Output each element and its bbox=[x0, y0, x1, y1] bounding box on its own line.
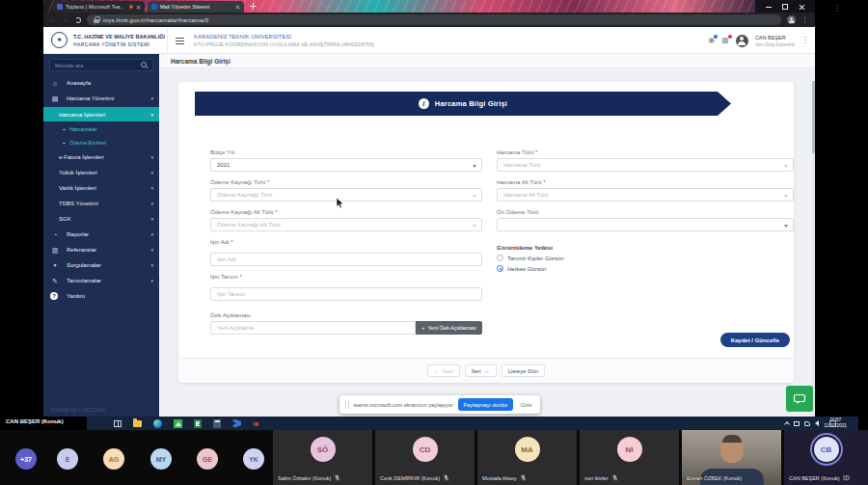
close-tab-icon[interactable] bbox=[136, 5, 141, 10]
minimize-icon[interactable] bbox=[766, 4, 772, 10]
oeb-aciklamasi-input[interactable] bbox=[210, 321, 416, 335]
radio-tanimli-kisiler[interactable]: Tanımlı Kişiler Görsün bbox=[497, 255, 794, 261]
maximize-icon[interactable] bbox=[782, 4, 788, 10]
user-avatar[interactable] bbox=[736, 35, 748, 47]
recording-dot-icon bbox=[129, 5, 133, 9]
forward-icon[interactable]: → bbox=[63, 16, 69, 23]
spreadsheet-icon[interactable] bbox=[194, 419, 202, 428]
sidebar-item-referanslar[interactable]: ▥ Referanslar ▾ bbox=[43, 242, 159, 257]
odeme-kaynagi-alt-turu-select[interactable]: Ödeme Kaynağı Alt Türü bbox=[210, 218, 482, 231]
harcama-alt-turu-select[interactable]: Harcama Alt Türü bbox=[497, 188, 794, 202]
participant-tile-self[interactable]: CB CAN BEŞER (Konuk) bbox=[784, 430, 868, 485]
vscode-icon[interactable] bbox=[232, 419, 241, 428]
item-label: Yolluk İşlemleri bbox=[59, 170, 97, 175]
browser-menu-icon[interactable]: ⋮ bbox=[801, 16, 808, 23]
odeme-kaynagi-turu-select[interactable]: Ödeme Kaynağı Türü bbox=[210, 188, 482, 202]
mic-muted-icon bbox=[334, 474, 340, 481]
status-icon[interactable]: ◉ bbox=[708, 37, 715, 44]
hide-button[interactable]: Gizle bbox=[518, 402, 534, 408]
address-bar[interactable]: mys.hmb.gov.tr/harcamalar/harcama/0 bbox=[87, 14, 781, 25]
sidebar-item-efatura[interactable]: e-Fatura İşlemleri ▾ bbox=[43, 149, 159, 165]
on-odeme-turu-select[interactable] bbox=[497, 218, 794, 231]
mouse-cursor bbox=[336, 196, 344, 213]
close-tab-icon[interactable] bbox=[235, 5, 240, 10]
butce-yili-label: Bütçe Yılı bbox=[210, 149, 482, 155]
volume-icon[interactable] bbox=[815, 420, 819, 426]
participant-avatar[interactable]: AG bbox=[103, 448, 124, 470]
header-menu-icon[interactable]: ⋮ bbox=[801, 37, 809, 44]
sidebar-item-yardim[interactable]: ? Yardım bbox=[43, 288, 159, 304]
radio-selected-icon[interactable] bbox=[497, 265, 503, 272]
sidebar-subitem-harcamalar[interactable]: Harcamalar bbox=[43, 122, 159, 136]
sidebar-item-anasayfa[interactable]: ⌂ Anasayfa bbox=[43, 75, 159, 91]
sidebar-item-raporlar[interactable]: ◔ Raporlar ▾ bbox=[43, 227, 159, 242]
browser-profile-icon[interactable] bbox=[787, 15, 796, 24]
stop-sharing-button[interactable]: Paylaşmayı durdur bbox=[458, 398, 514, 411]
file-explorer-icon[interactable] bbox=[133, 420, 142, 427]
sidebar-item-sorgulamalar[interactable]: ▼ Sorgulamalar ▾ bbox=[43, 257, 159, 273]
participant-tile[interactable]: MA Mustafa Aksoy bbox=[477, 430, 577, 485]
close-window-icon[interactable] bbox=[799, 4, 804, 10]
apps-icon[interactable]: ▦ bbox=[721, 37, 729, 44]
participant-avatar[interactable]: E bbox=[57, 448, 78, 470]
keyboard-icon[interactable] bbox=[794, 421, 800, 426]
sidebar-item-tdbs[interactable]: TDBS Yönetimi ▾ bbox=[43, 196, 159, 211]
sidebar-item-yolluk[interactable]: Yolluk İşlemleri ▾ bbox=[43, 165, 159, 180]
sidebar-search[interactable]: Menüde ara bbox=[49, 59, 153, 71]
new-tab-icon[interactable] bbox=[250, 3, 257, 10]
chevron-down-icon: ▾ bbox=[150, 170, 153, 175]
drag-handle-icon[interactable] bbox=[345, 401, 349, 409]
participant-avatar[interactable]: MY bbox=[150, 448, 172, 470]
participant-avatar[interactable]: YK bbox=[243, 448, 264, 470]
hidden-icons-chevron[interactable] bbox=[785, 421, 791, 427]
isin-adi-input[interactable] bbox=[210, 253, 482, 266]
network-icon[interactable] bbox=[804, 421, 810, 426]
listeye-don-button[interactable]: Listeye Dön bbox=[502, 364, 546, 377]
scrollbar-thumb[interactable] bbox=[812, 81, 815, 153]
sidebar-item-harcama-islemleri[interactable]: Harcama İşlemleri ▾ bbox=[43, 107, 159, 121]
task-view-icon[interactable] bbox=[114, 420, 122, 427]
sidebar-subitem-odeme-emirleri[interactable]: Ödeme Emirleri bbox=[43, 136, 159, 149]
dash-icon bbox=[63, 143, 66, 144]
sidebar-item-harcama-yonetimi[interactable]: ▤ Harcama Yönetimi ▾ bbox=[43, 91, 159, 106]
page-scrollbar[interactable] bbox=[812, 81, 815, 417]
edge-icon[interactable] bbox=[153, 419, 162, 428]
kaydet-guncelle-button[interactable]: Kaydet / Güncelle bbox=[720, 333, 790, 347]
participant-tile[interactable]: SÖ Salim Özbakır (Konuk) bbox=[273, 430, 372, 485]
radio-herkes-gorsun[interactable]: Herkes Görsün bbox=[497, 265, 794, 272]
sidebar-item-sgk[interactable]: SGK ▾ bbox=[43, 211, 159, 227]
reload-icon[interactable] bbox=[75, 17, 81, 23]
photos-icon[interactable] bbox=[174, 419, 182, 428]
chevron-down-icon bbox=[473, 165, 476, 168]
participant-tile[interactable]: NI nuri ikizler bbox=[580, 430, 679, 485]
active-app-slot[interactable] bbox=[253, 422, 258, 425]
geri-button[interactable]: ← Geri bbox=[427, 364, 460, 377]
chat-widget-button[interactable] bbox=[786, 386, 813, 412]
hamburger-menu-icon[interactable] bbox=[176, 38, 184, 44]
participant-name: nuri ikizler bbox=[584, 475, 609, 481]
overflow-dots-icon[interactable]: ⋮ bbox=[833, 4, 841, 13]
tab-teams[interactable]: Toplantı | Microsoft Teams bbox=[53, 1, 145, 13]
butce-yili-select[interactable]: 2021 bbox=[210, 158, 482, 172]
notification-center-icon[interactable] bbox=[829, 420, 836, 427]
harcama-turu-select[interactable]: Harcama Türü bbox=[497, 158, 794, 172]
header-right: ◉ ▦ CAN BEŞER Veri Giriş Görevlisi ⋮ bbox=[708, 27, 809, 54]
site-header: ✶ T.C. HAZİNE VE MALİYE BAKANLIĞI HARCAM… bbox=[43, 27, 815, 54]
tab-mys[interactable]: Mali Yönetim Sistemi bbox=[148, 1, 244, 13]
back-arrow-icon: ← bbox=[434, 368, 440, 374]
radio-icon[interactable] bbox=[497, 255, 503, 261]
back-icon[interactable]: ← bbox=[50, 16, 57, 23]
radio-label: Herkes Görsün bbox=[507, 266, 546, 272]
participant-avatar[interactable]: GE bbox=[197, 448, 218, 470]
ileri-button[interactable]: İleri → bbox=[465, 364, 497, 377]
sidebar-item-tanimlamalar[interactable]: ✎ Tanımlamalar ▾ bbox=[43, 273, 159, 288]
calculator-icon[interactable] bbox=[213, 419, 221, 428]
yeni-oeb-aciklamasi-button[interactable]: + Yeni Öeb Açıklaması bbox=[416, 321, 482, 335]
isin-tanimi-input[interactable] bbox=[210, 287, 482, 301]
sidebar-item-varlik[interactable]: Varlık İşlemleri ▾ bbox=[43, 180, 159, 196]
participant-video-tile[interactable]: Emrah ÖZBEK (Konuk) bbox=[682, 430, 781, 485]
chat-bubble-icon bbox=[793, 393, 806, 405]
overflow-participants-avatar[interactable]: +37 bbox=[15, 448, 37, 470]
participant-tile[interactable]: CD Cenk DEMİRKIR (Konuk) bbox=[375, 430, 475, 485]
chevron-down-icon: ▾ bbox=[150, 201, 153, 206]
